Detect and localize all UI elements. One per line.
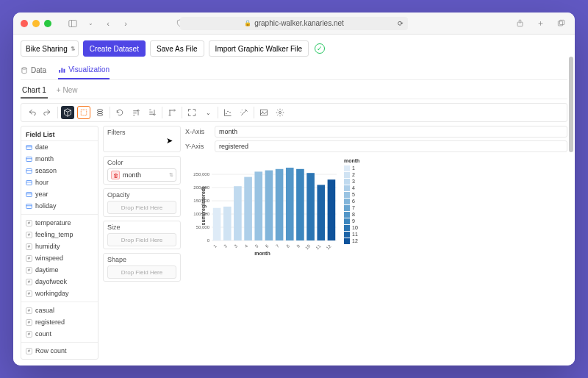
import-file-button[interactable]: Import Graphic Walker File <box>209 40 309 57</box>
legend-item-1[interactable]: 1 <box>344 165 359 171</box>
x-axis-field[interactable]: month <box>215 126 567 138</box>
svg-point-10 <box>97 110 103 112</box>
bar-1[interactable] <box>213 208 221 240</box>
create-dataset-button[interactable]: Create Dataset <box>83 40 146 57</box>
tabs-icon[interactable] <box>554 17 567 30</box>
fullscreen-icon[interactable] <box>185 106 198 119</box>
bar-10[interactable] <box>306 173 315 240</box>
bar-8[interactable] <box>286 168 294 240</box>
x-axis-shelf[interactable]: X-Axis month <box>185 126 567 138</box>
select-rect-icon[interactable] <box>77 106 90 119</box>
tab-visualization[interactable]: Visualization <box>58 63 110 79</box>
bar-7[interactable] <box>276 169 284 240</box>
bar-11[interactable] <box>317 185 325 240</box>
color-field-pill[interactable]: 🗑 month <box>107 168 176 182</box>
field-humidity[interactable]: #humidity <box>21 240 98 252</box>
field-holiday[interactable]: holiday <box>21 200 98 212</box>
url-bar[interactable]: 🔒 graphic-walker.kanaries.net ⟳ <box>180 17 408 30</box>
share-icon[interactable] <box>513 17 526 30</box>
field-workingday[interactable]: #workingday <box>21 288 98 299</box>
sidebar-toggle-icon[interactable] <box>66 17 79 30</box>
sort-asc-icon[interactable] <box>129 106 143 119</box>
save-as-file-button[interactable]: Save As File <box>150 40 204 57</box>
export-icon[interactable] <box>257 106 270 119</box>
svg-text:10: 10 <box>304 243 311 250</box>
remove-field-icon[interactable]: 🗑 <box>111 171 120 179</box>
dataset-select[interactable]: Bike Sharing <box>21 40 79 57</box>
legend-item-8[interactable]: 8 <box>344 211 359 218</box>
close-window-icon[interactable] <box>21 20 28 27</box>
opacity-shelf[interactable]: Opacity Drop Field Here <box>103 188 181 217</box>
settings-icon[interactable] <box>273 106 287 119</box>
sort-desc-icon[interactable] <box>146 106 159 119</box>
legend-item-9[interactable]: 9 <box>344 218 359 224</box>
minimize-window-icon[interactable] <box>32 20 40 27</box>
legend-item-3[interactable]: 3 <box>344 178 359 185</box>
y-axis-field[interactable]: registered <box>215 140 567 152</box>
legend-item-5[interactable]: 5 <box>344 191 359 198</box>
field-count[interactable]: #count <box>21 328 98 340</box>
legend-item-11[interactable]: 11 <box>344 231 359 238</box>
field-month[interactable]: month <box>21 153 98 165</box>
bar-4[interactable] <box>244 177 252 240</box>
field-list-title: Field List <box>21 129 98 141</box>
reload-icon[interactable]: ⟳ <box>398 20 404 27</box>
shape-shelf[interactable]: Shape Drop Field Here <box>103 253 181 282</box>
svg-text:5: 5 <box>254 243 259 249</box>
chart-tab-1[interactable]: Chart 1 <box>21 83 48 99</box>
field-temperature[interactable]: #temperature <box>21 217 98 229</box>
field-daytime[interactable]: #daytime <box>21 264 98 276</box>
maximize-window-icon[interactable] <box>44 20 51 27</box>
forward-icon[interactable]: › <box>119 17 132 30</box>
undo-icon[interactable] <box>25 106 38 119</box>
cube-icon[interactable] <box>61 106 74 119</box>
color-shelf[interactable]: Color 🗑 month <box>103 156 181 185</box>
y-axis-shelf[interactable]: Y-Axis registered <box>185 140 567 152</box>
legend-item-12[interactable]: 12 <box>344 238 359 244</box>
axis-config-icon[interactable] <box>221 106 234 119</box>
chart-icon <box>58 66 65 74</box>
bar-2[interactable] <box>223 207 232 240</box>
back-icon[interactable]: ‹ <box>101 17 115 30</box>
field-casual[interactable]: #casual <box>21 304 98 316</box>
field-dayofweek[interactable]: #dayofweek <box>21 276 98 288</box>
redo-icon[interactable] <box>41 106 54 119</box>
dimension-icon <box>26 144 32 151</box>
add-chart-tab[interactable]: + New <box>55 83 79 99</box>
bar-9[interactable] <box>296 169 304 240</box>
legend-item-4[interactable]: 4 <box>344 185 359 191</box>
bar-6[interactable] <box>265 171 273 240</box>
chevron-down-icon[interactable]: ⌄ <box>84 17 97 30</box>
legend-item-6[interactable]: 6 <box>344 198 359 204</box>
bar-chart: sum(registered) 050,000100,000150,000200… <box>185 158 340 254</box>
svg-text:7: 7 <box>275 243 280 249</box>
legend-item-7[interactable]: 7 <box>344 204 359 211</box>
size-dropzone[interactable]: Drop Field Here <box>107 233 176 246</box>
field-hour[interactable]: hour <box>21 176 98 188</box>
field-year[interactable]: year <box>21 188 98 200</box>
stack-icon[interactable] <box>93 106 107 119</box>
dimension-icon <box>26 168 32 174</box>
field-date[interactable]: date <box>21 141 98 153</box>
shape-dropzone[interactable]: Drop Field Here <box>107 265 176 279</box>
tab-data[interactable]: Data <box>21 63 46 79</box>
field-feeling_temp[interactable]: #feeling_temp <box>21 229 98 240</box>
field-winspeed[interactable]: #winspeed <box>21 252 98 264</box>
legend-item-10[interactable]: 10 <box>344 224 359 231</box>
opacity-dropzone[interactable]: Drop Field Here <box>107 201 176 214</box>
field-registered[interactable]: #registered <box>21 316 98 328</box>
dropdown-icon[interactable]: ⌄ <box>201 106 215 119</box>
bar-5[interactable] <box>254 171 262 240</box>
bar-12[interactable] <box>328 179 336 240</box>
size-shelf[interactable]: Size Drop Field Here <box>103 221 181 249</box>
workspace: Field List datemonthseasonhouryearholida… <box>21 126 567 360</box>
refresh-icon[interactable] <box>113 106 126 119</box>
field-rowcount[interactable]: # Row count <box>21 345 98 357</box>
bar-3[interactable] <box>234 186 242 240</box>
new-tab-icon[interactable]: ＋ <box>534 17 547 30</box>
filters-shelf[interactable]: Filters <box>103 126 181 152</box>
field-season[interactable]: season <box>21 165 98 176</box>
legend-item-2[interactable]: 2 <box>344 171 359 178</box>
transpose-icon[interactable] <box>165 106 179 119</box>
wand-icon[interactable] <box>237 106 251 119</box>
